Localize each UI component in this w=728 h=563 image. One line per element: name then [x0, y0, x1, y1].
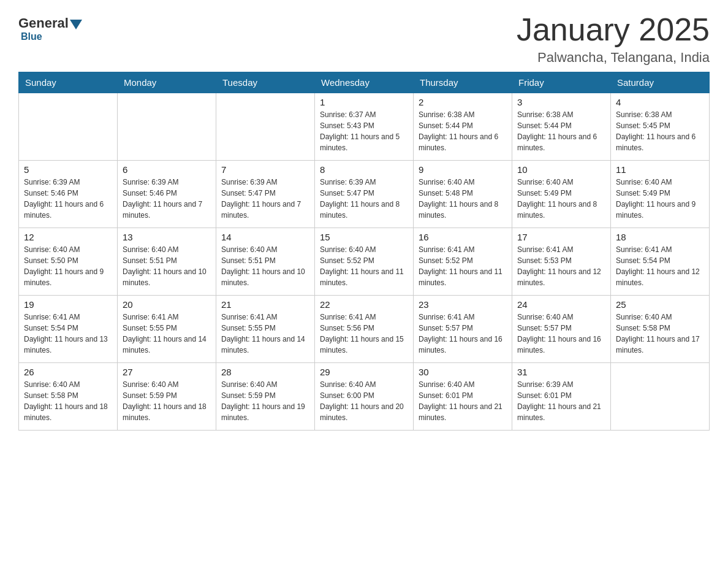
calendar-cell: 20Sunrise: 6:41 AMSunset: 5:55 PMDayligh…	[118, 296, 216, 363]
calendar-cell: 6Sunrise: 6:39 AMSunset: 5:46 PMDaylight…	[118, 161, 216, 228]
week-row-4: 19Sunrise: 6:41 AMSunset: 5:54 PMDayligh…	[19, 296, 710, 363]
day-info: Sunrise: 6:40 AMSunset: 5:59 PMDaylight:…	[123, 379, 211, 423]
weekday-header-friday: Friday	[512, 72, 611, 93]
day-number: 1	[320, 97, 408, 107]
calendar-cell	[19, 93, 118, 161]
calendar-cell: 7Sunrise: 6:39 AMSunset: 5:47 PMDaylight…	[216, 161, 315, 228]
day-info: Sunrise: 6:40 AMSunset: 5:58 PMDaylight:…	[24, 379, 112, 423]
day-info: Sunrise: 6:41 AMSunset: 5:52 PMDaylight:…	[419, 244, 507, 288]
day-info: Sunrise: 6:37 AMSunset: 5:43 PMDaylight:…	[320, 109, 408, 153]
calendar-cell: 1Sunrise: 6:37 AMSunset: 5:43 PMDaylight…	[315, 93, 414, 161]
calendar-cell: 9Sunrise: 6:40 AMSunset: 5:48 PMDaylight…	[414, 161, 512, 228]
calendar-cell: 17Sunrise: 6:41 AMSunset: 5:53 PMDayligh…	[512, 228, 611, 296]
day-number: 14	[221, 232, 309, 242]
calendar-cell: 4Sunrise: 6:38 AMSunset: 5:45 PMDaylight…	[611, 93, 710, 161]
day-info: Sunrise: 6:41 AMSunset: 5:55 PMDaylight:…	[221, 312, 309, 356]
day-info: Sunrise: 6:40 AMSunset: 5:52 PMDaylight:…	[320, 244, 408, 288]
calendar-cell: 29Sunrise: 6:40 AMSunset: 6:00 PMDayligh…	[315, 363, 414, 431]
day-number: 12	[24, 232, 112, 242]
day-number: 6	[123, 164, 211, 175]
day-number: 21	[221, 299, 309, 310]
day-number: 2	[419, 97, 507, 107]
calendar-cell: 28Sunrise: 6:40 AMSunset: 5:59 PMDayligh…	[216, 363, 315, 431]
day-number: 30	[419, 367, 507, 377]
day-number: 9	[419, 164, 507, 175]
day-info: Sunrise: 6:40 AMSunset: 5:51 PMDaylight:…	[123, 244, 211, 288]
day-number: 15	[320, 232, 408, 242]
day-info: Sunrise: 6:41 AMSunset: 5:54 PMDaylight:…	[616, 244, 704, 288]
day-number: 5	[24, 164, 112, 175]
day-info: Sunrise: 6:41 AMSunset: 5:55 PMDaylight:…	[123, 312, 211, 356]
day-info: Sunrise: 6:40 AMSunset: 5:48 PMDaylight:…	[419, 177, 507, 221]
weekday-header-thursday: Thursday	[414, 72, 512, 93]
day-number: 27	[123, 367, 211, 377]
calendar-cell: 14Sunrise: 6:40 AMSunset: 5:51 PMDayligh…	[216, 228, 315, 296]
day-number: 7	[221, 164, 309, 175]
logo-general-text: General	[18, 15, 69, 31]
day-number: 20	[123, 299, 211, 310]
day-info: Sunrise: 6:41 AMSunset: 5:56 PMDaylight:…	[320, 312, 408, 356]
day-info: Sunrise: 6:41 AMSunset: 5:53 PMDaylight:…	[517, 244, 605, 288]
calendar-cell	[216, 93, 315, 161]
day-info: Sunrise: 6:41 AMSunset: 5:54 PMDaylight:…	[24, 312, 112, 356]
day-number: 18	[616, 232, 704, 242]
day-info: Sunrise: 6:39 AMSunset: 5:46 PMDaylight:…	[123, 177, 211, 221]
day-info: Sunrise: 6:40 AMSunset: 5:50 PMDaylight:…	[24, 244, 112, 288]
day-info: Sunrise: 6:40 AMSunset: 6:00 PMDaylight:…	[320, 379, 408, 423]
calendar-cell: 31Sunrise: 6:39 AMSunset: 6:01 PMDayligh…	[512, 363, 611, 431]
day-info: Sunrise: 6:40 AMSunset: 5:57 PMDaylight:…	[517, 312, 605, 356]
day-number: 3	[517, 97, 605, 107]
weekday-header-tuesday: Tuesday	[216, 72, 315, 93]
calendar-cell: 26Sunrise: 6:40 AMSunset: 5:58 PMDayligh…	[19, 363, 118, 431]
day-number: 19	[24, 299, 112, 310]
day-number: 17	[517, 232, 605, 242]
calendar-cell: 18Sunrise: 6:41 AMSunset: 5:54 PMDayligh…	[611, 228, 710, 296]
calendar-cell: 30Sunrise: 6:40 AMSunset: 6:01 PMDayligh…	[414, 363, 512, 431]
location-title: Palwancha, Telangana, India	[517, 50, 710, 66]
day-info: Sunrise: 6:39 AMSunset: 5:47 PMDaylight:…	[320, 177, 408, 221]
day-number: 16	[419, 232, 507, 242]
day-number: 26	[24, 367, 112, 377]
day-number: 25	[616, 299, 704, 310]
day-number: 13	[123, 232, 211, 242]
title-section: January 2025 Palwancha, Telangana, India	[517, 12, 710, 66]
day-info: Sunrise: 6:40 AMSunset: 5:59 PMDaylight:…	[221, 379, 309, 423]
calendar-cell: 27Sunrise: 6:40 AMSunset: 5:59 PMDayligh…	[118, 363, 216, 431]
day-number: 4	[616, 97, 704, 107]
day-number: 24	[517, 299, 605, 310]
calendar-cell: 8Sunrise: 6:39 AMSunset: 5:47 PMDaylight…	[315, 161, 414, 228]
week-row-5: 26Sunrise: 6:40 AMSunset: 5:58 PMDayligh…	[19, 363, 710, 431]
calendar-cell	[118, 93, 216, 161]
day-info: Sunrise: 6:39 AMSunset: 5:47 PMDaylight:…	[221, 177, 309, 221]
month-title: January 2025	[517, 12, 710, 47]
calendar-cell: 3Sunrise: 6:38 AMSunset: 5:44 PMDaylight…	[512, 93, 611, 161]
logo: General Blue	[18, 12, 83, 42]
day-info: Sunrise: 6:40 AMSunset: 5:49 PMDaylight:…	[517, 177, 605, 221]
calendar-cell: 2Sunrise: 6:38 AMSunset: 5:44 PMDaylight…	[414, 93, 512, 161]
day-info: Sunrise: 6:38 AMSunset: 5:44 PMDaylight:…	[517, 109, 605, 153]
day-number: 22	[320, 299, 408, 310]
day-number: 29	[320, 367, 408, 377]
day-info: Sunrise: 6:39 AMSunset: 5:46 PMDaylight:…	[24, 177, 112, 221]
weekday-header-monday: Monday	[118, 72, 216, 93]
weekday-header-wednesday: Wednesday	[315, 72, 414, 93]
day-info: Sunrise: 6:38 AMSunset: 5:44 PMDaylight:…	[419, 109, 507, 153]
week-row-3: 12Sunrise: 6:40 AMSunset: 5:50 PMDayligh…	[19, 228, 710, 296]
weekday-header-row: SundayMondayTuesdayWednesdayThursdayFrid…	[19, 72, 710, 93]
calendar-cell: 21Sunrise: 6:41 AMSunset: 5:55 PMDayligh…	[216, 296, 315, 363]
calendar-cell: 15Sunrise: 6:40 AMSunset: 5:52 PMDayligh…	[315, 228, 414, 296]
day-number: 23	[419, 299, 507, 310]
page-header: General Blue January 2025 Palwancha, Tel…	[18, 12, 710, 66]
day-info: Sunrise: 6:41 AMSunset: 5:57 PMDaylight:…	[419, 312, 507, 356]
week-row-1: 1Sunrise: 6:37 AMSunset: 5:43 PMDaylight…	[19, 93, 710, 161]
calendar-cell: 23Sunrise: 6:41 AMSunset: 5:57 PMDayligh…	[414, 296, 512, 363]
calendar-table: SundayMondayTuesdayWednesdayThursdayFrid…	[18, 72, 710, 431]
calendar-cell: 16Sunrise: 6:41 AMSunset: 5:52 PMDayligh…	[414, 228, 512, 296]
day-number: 11	[616, 164, 704, 175]
day-info: Sunrise: 6:39 AMSunset: 6:01 PMDaylight:…	[517, 379, 605, 423]
calendar-cell: 24Sunrise: 6:40 AMSunset: 5:57 PMDayligh…	[512, 296, 611, 363]
day-number: 31	[517, 367, 605, 377]
calendar-cell	[611, 363, 710, 431]
calendar-cell: 25Sunrise: 6:40 AMSunset: 5:58 PMDayligh…	[611, 296, 710, 363]
day-info: Sunrise: 6:38 AMSunset: 5:45 PMDaylight:…	[616, 109, 704, 153]
